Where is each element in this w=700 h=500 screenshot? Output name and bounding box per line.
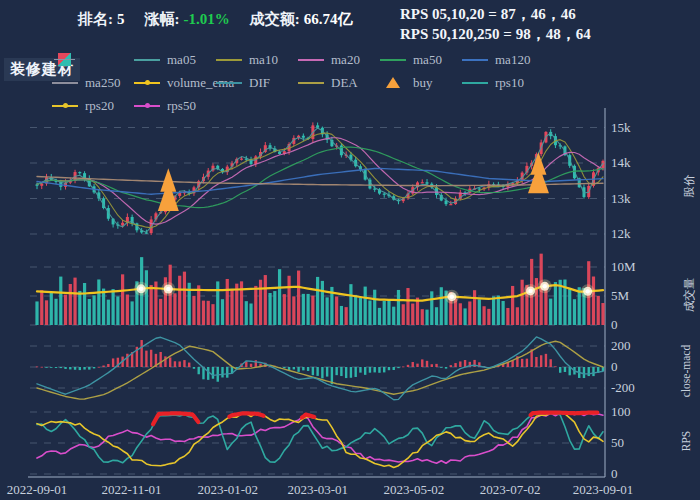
macd-axis-title: close-macd	[680, 345, 692, 397]
volume-axis-tick: 0	[611, 317, 618, 333]
price-axis-tick: 15k	[611, 120, 631, 136]
x-axis-date-tick: 2023-09-01	[573, 482, 634, 498]
macd-axis-tick: -200	[611, 380, 635, 396]
macd-axis-tick: 200	[611, 338, 631, 354]
macd-axis-tick: 0	[611, 359, 618, 375]
rps-axis-title: RPS	[680, 431, 692, 451]
x-axis-date-tick: 2023-03-01	[287, 482, 348, 498]
price-axis-tick: 14k	[611, 155, 631, 171]
volume-axis-title: 成交量	[682, 278, 697, 313]
x-axis-date-tick: 2023-07-02	[480, 482, 541, 498]
rps-axis-tick: 0	[611, 466, 618, 482]
rps-axis-tick: 100	[611, 404, 631, 420]
stock-sector-chart: 排名:5 涨幅:-1.01% 成交额:66.74亿 RPS 05,10,20 =…	[0, 0, 700, 500]
price-axis-tick: 13k	[611, 191, 631, 207]
x-axis-date-tick: 2022-09-01	[7, 482, 68, 498]
price-axis-title: 股价	[682, 175, 697, 198]
volume-axis-tick: 10M	[611, 259, 636, 275]
rps-axis-tick: 50	[611, 435, 624, 451]
x-axis-date-tick: 2022-11-01	[101, 482, 161, 498]
x-axis-date-tick: 2023-01-02	[197, 482, 258, 498]
price-axis-tick: 12k	[611, 226, 631, 242]
chart-plot-area	[0, 0, 700, 500]
x-axis-date-tick: 2023-05-02	[384, 482, 445, 498]
volume-axis-tick: 5M	[611, 288, 629, 304]
